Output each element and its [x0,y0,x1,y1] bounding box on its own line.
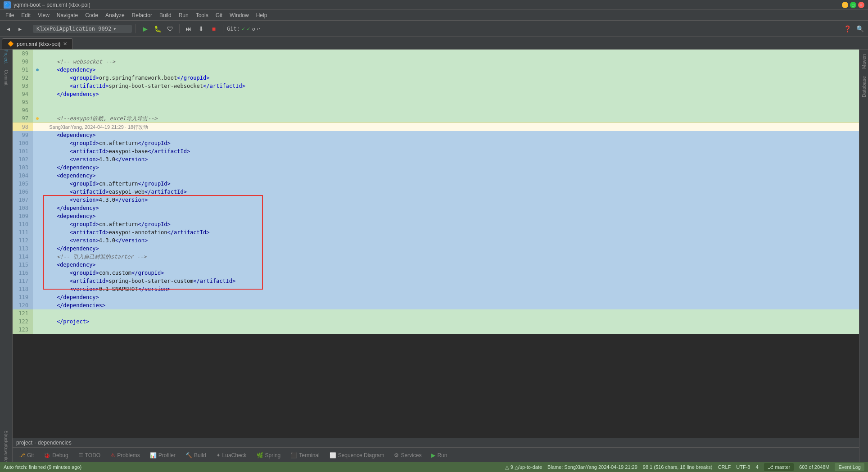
right-panel-maven[interactable]: Maven [860,50,868,73]
forward-button[interactable]: ▸ [14,23,25,34]
sidebar-item-project[interactable]: Project [1,51,12,62]
code-line-102: 102 <version>4.3.0</version> [13,155,859,163]
status-heap[interactable]: 603 of 2048M [799,463,829,471]
stop-button[interactable]: ■ [208,23,219,34]
run-config-chevron: ▾ [113,26,116,32]
breadcrumb-bar: project › dependencies [13,438,859,448]
right-panel-database[interactable]: Database [860,73,868,101]
tab-problems[interactable]: ⚠ Problems [106,451,145,459]
tab-sequence-diagram[interactable]: ⬜ Sequence Diagram [325,451,389,459]
tab-close-button[interactable]: ✕ [63,41,67,47]
code-line-122: 122 </project> [13,318,859,326]
step-into-button[interactable]: ⬇ [196,23,207,34]
menu-item-help[interactable]: Help [253,11,271,19]
code-line-90: 90 <!-- websocket --> [13,58,859,66]
problems-tab-icon: ⚠ [110,452,115,458]
editor-empty-space [13,334,859,424]
close-button[interactable]: ✕ [858,2,864,8]
menu-item-refactor[interactable]: Refactor [128,11,156,19]
menu-item-view[interactable]: View [34,11,53,19]
menu-item-tools[interactable]: Tools [192,11,212,19]
tab-run[interactable]: ▶ Run [427,451,452,459]
status-indent[interactable]: 4 [755,463,758,471]
spring-tab-icon: 🌿 [257,452,263,458]
status-bar: Auto fetch: finished (9 minutes ago) △ 9… [0,462,868,472]
code-line-107: 107 <version>4.3.0</version> [13,196,859,204]
menu-item-build[interactable]: Build [156,11,175,19]
status-linesep[interactable]: CRLF [718,463,731,471]
code-line-117: 117 <artifactId>spring-boot-starter-cust… [13,277,859,285]
terminal-tab-icon: ⬛ [290,452,297,458]
toolbar-sep-1 [29,24,29,33]
code-line-103: 103 </dependency> [13,163,859,172]
status-autofetch[interactable]: Auto fetch: finished (9 minutes ago) [4,464,81,470]
blame-text: Blame: SongXianYang 2024-04-19 21:29 [547,464,637,470]
window-controls: ─ □ ✕ [842,2,864,8]
status-position[interactable]: 98:1 (516 chars, 18 line breaks) [643,463,713,471]
breadcrumb-project[interactable]: project [16,440,32,446]
tab-todo[interactable]: ☰ TODO [74,451,105,459]
toolbar-navigation: ◂ ▸ [3,23,25,34]
step-over-button[interactable]: ⏭ [183,23,194,34]
tab-terminal[interactable]: ⬛ Terminal [286,451,324,459]
code-editor[interactable]: 89 90 <!-- websocket --> 91 ● <dependenc… [13,50,859,438]
profiler-tab-icon: 📊 [150,452,157,458]
menu-item-edit[interactable]: Edit [18,11,34,19]
settings-button[interactable]: 🔍 [854,23,865,34]
sidebar-item-favorites[interactable]: Favorites [1,449,12,460]
tab-git-label: Git [27,452,34,458]
code-line-112: 112 <version>4.3.0</version> [13,236,859,245]
code-line-105: 105 <groupId>cn.afterturn</groupId> [13,180,859,188]
code-line-109: 109 <dependency> [13,212,859,220]
code-line-123: 123 [13,326,859,334]
sidebar-item-structure[interactable]: Structure [1,434,12,445]
menu-item-navigate[interactable]: Navigate [53,11,81,19]
status-branch[interactable]: ⎇ master [764,463,794,471]
tab-services[interactable]: ⚙ Services [389,451,426,459]
tab-build[interactable]: 🔨 Build [181,451,211,459]
menu-item-code[interactable]: Code [81,11,102,19]
tab-todo-label: TODO [85,452,100,458]
maximize-button[interactable]: □ [850,2,856,8]
editor-area: 89 90 <!-- websocket --> 91 ● <dependenc… [13,50,859,462]
run-config[interactable]: KlxxPoiApplication-9092 ▾ [33,25,132,33]
run-button[interactable]: ▶ [140,23,150,34]
tab-pom-xml[interactable]: 🔶 pom.xml (klxx-poi) ✕ [2,38,73,49]
tab-debug[interactable]: 🐞 Debug [39,451,72,459]
tab-git[interactable]: ⎇ Git [14,451,38,459]
tab-label: pom.xml (klxx-poi) [17,41,60,47]
run-config-label: KlxxPoiApplication-9092 [36,26,111,32]
title-bar: 🔷 yqmm-boot – pom.xml (klxx-poi) ─ □ ✕ [0,0,868,10]
menu-item-run[interactable]: Run [175,11,192,19]
toolbar-sep-2 [136,24,136,33]
code-line-108: 108 </dependency> [13,204,859,212]
tab-luacheck[interactable]: ✦ LuaCheck [212,451,251,459]
status-blame[interactable]: Blame: SongXianYang 2024-04-19 21:29 [547,463,637,471]
back-button[interactable]: ◂ [3,23,14,34]
menu-item-file[interactable]: File [2,11,18,19]
sidebar-item-commit[interactable]: Commit [1,72,12,83]
code-line-98-annotation: 98 SangXianYang, 2024-04-19 21:29 · 18行改… [13,123,859,131]
event-log-text: Event Log [838,464,861,470]
menu-item-analyze[interactable]: Analyze [102,11,128,19]
git-checkmark2: ✓ [247,26,250,32]
tab-bar: 🔶 pom.xml (klxx-poi) ✕ [0,37,868,50]
main-area: Project Commit Structure Favorites 89 90 [0,50,868,462]
git-checkmark: ✓ [242,26,245,32]
tab-spring[interactable]: 🌿 Spring [252,451,285,459]
help-button[interactable]: ❓ [842,23,853,34]
coverage-button[interactable]: 🛡 [165,23,176,34]
window-title: yqmm-boot – pom.xml (klxx-poi) [14,2,90,8]
tab-profiler[interactable]: 📊 Profiler [145,451,180,459]
status-git-info[interactable]: △ 9 △/up-to-date [505,463,542,471]
debug-button[interactable]: 🐛 [152,23,163,34]
breadcrumb-dependencies[interactable]: dependencies [38,440,72,446]
status-event-log[interactable]: Event Log [835,463,864,471]
status-encoding[interactable]: UTF-8 [736,463,750,471]
code-line-96: 96 [13,106,859,114]
code-line-119: 119 </dependency> [13,293,859,301]
menu-item-window[interactable]: Window [226,11,253,19]
minimize-button[interactable]: ─ [842,2,848,8]
menu-item-git[interactable]: Git [212,11,226,19]
code-line-113: 113 </dependency> [13,245,859,253]
